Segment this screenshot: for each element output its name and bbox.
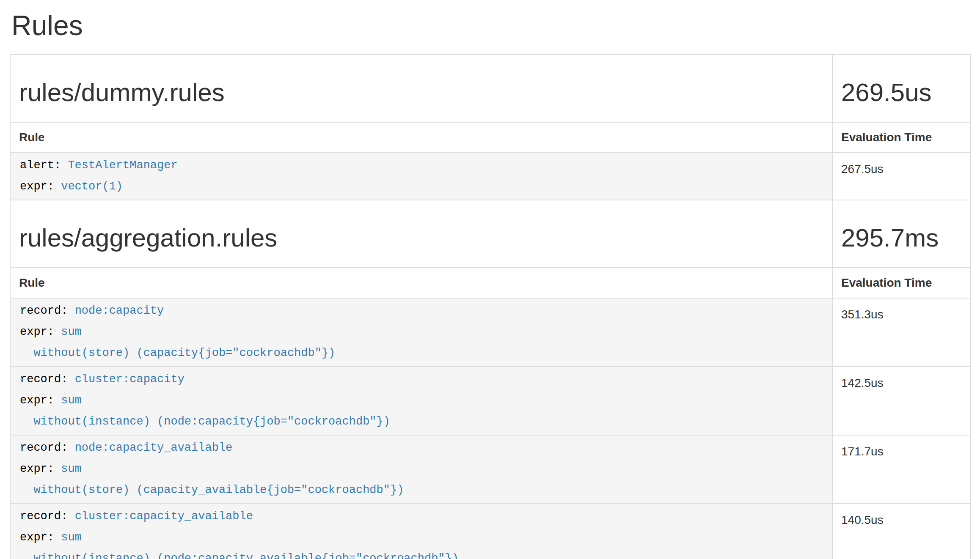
rule-row: record: cluster:capacity_available expr:… xyxy=(10,504,971,559)
rule-cell: record: node:capacity expr: sum without(… xyxy=(10,298,832,367)
rule-code: record: cluster:capacity expr: sum witho… xyxy=(20,369,823,432)
rule-key: expr: xyxy=(20,463,61,475)
rule-row: record: node:capacity expr: sum without(… xyxy=(10,298,971,367)
group-file-cell: rules/aggregation.rules xyxy=(10,200,832,268)
rule-row: alert: TestAlertManager expr: vector(1) … xyxy=(10,153,971,200)
expr-link-continuation[interactable]: without(instance) (node:capacity_availab… xyxy=(20,552,459,559)
rule-code: record: node:capacity expr: sum without(… xyxy=(20,300,823,364)
rule-eval-time: 142.5us xyxy=(832,367,971,435)
alert-name-link[interactable]: TestAlertManager xyxy=(68,159,177,172)
rule-eval-time: 171.7us xyxy=(832,435,971,504)
rule-cell: record: cluster:capacity expr: sum witho… xyxy=(10,367,832,435)
rule-row: record: cluster:capacity expr: sum witho… xyxy=(10,367,971,435)
group-file-cell: rules/dummy.rules xyxy=(10,55,832,122)
group-file-name: rules/dummy.rules xyxy=(19,79,823,107)
rule-code: alert: TestAlertManager expr: vector(1) xyxy=(20,155,823,197)
rule-cell: record: cluster:capacity_available expr:… xyxy=(10,504,832,559)
expr-link-continuation[interactable]: without(instance) (node:capacity{job="co… xyxy=(20,415,390,428)
rule-key: record: xyxy=(20,510,75,523)
group-eval-time-cell: 295.7ms xyxy=(832,200,971,268)
rule-key: record: xyxy=(20,304,75,317)
expr-link-continuation[interactable]: without(store) (capacity_available{job="… xyxy=(20,484,404,496)
page-title: Rules xyxy=(11,10,970,41)
evaluation-time-column-header: Evaluation Time xyxy=(832,122,971,153)
column-header-row: Rule Evaluation Time xyxy=(10,122,971,153)
record-name-link[interactable]: node:capacity xyxy=(75,304,164,317)
expr-link[interactable]: sum xyxy=(61,326,82,338)
rule-row: record: node:capacity_available expr: su… xyxy=(10,435,971,504)
rule-code: record: cluster:capacity_available expr:… xyxy=(20,506,823,559)
group-eval-time: 269.5us xyxy=(841,79,962,107)
rule-eval-time: 267.5us xyxy=(832,153,971,200)
rule-key: alert: xyxy=(20,159,68,172)
record-name-link[interactable]: cluster:capacity_available xyxy=(75,510,253,523)
rule-eval-time: 351.3us xyxy=(832,298,971,367)
rule-cell: alert: TestAlertManager expr: vector(1) xyxy=(10,153,832,200)
group-header-row: rules/dummy.rules 269.5us xyxy=(10,55,971,122)
rule-code: record: node:capacity_available expr: su… xyxy=(20,437,823,501)
rule-column-header: Rule xyxy=(10,268,832,298)
rule-key: expr: xyxy=(20,180,61,193)
rule-key: expr: xyxy=(20,394,61,407)
record-name-link[interactable]: node:capacity_available xyxy=(75,441,233,454)
group-file-name: rules/aggregation.rules xyxy=(19,224,823,252)
rule-key: expr: xyxy=(20,531,61,544)
group-eval-time: 295.7ms xyxy=(841,224,962,252)
rule-key: expr: xyxy=(20,326,61,338)
expr-link[interactable]: sum xyxy=(61,531,82,544)
group-eval-time-cell: 269.5us xyxy=(832,55,971,122)
expr-link[interactable]: sum xyxy=(61,394,82,407)
expr-link[interactable]: vector(1) xyxy=(61,180,123,193)
column-header-row: Rule Evaluation Time xyxy=(10,268,971,298)
rule-key: record: xyxy=(20,441,75,454)
rule-key: record: xyxy=(20,373,75,386)
evaluation-time-column-header: Evaluation Time xyxy=(832,268,971,298)
rule-column-header: Rule xyxy=(10,122,832,153)
rule-cell: record: node:capacity_available expr: su… xyxy=(10,435,832,504)
rule-eval-time: 140.5us xyxy=(832,504,971,559)
group-header-row: rules/aggregation.rules 295.7ms xyxy=(10,200,971,268)
expr-link[interactable]: sum xyxy=(61,463,82,475)
rules-table: rules/dummy.rules 269.5us Rule Evaluatio… xyxy=(10,54,971,559)
record-name-link[interactable]: cluster:capacity xyxy=(75,373,184,386)
rules-page: Rules rules/dummy.rules 269.5us Rule Eva… xyxy=(0,10,980,559)
expr-link-continuation[interactable]: without(store) (capacity{job="cockroachd… xyxy=(20,347,335,359)
